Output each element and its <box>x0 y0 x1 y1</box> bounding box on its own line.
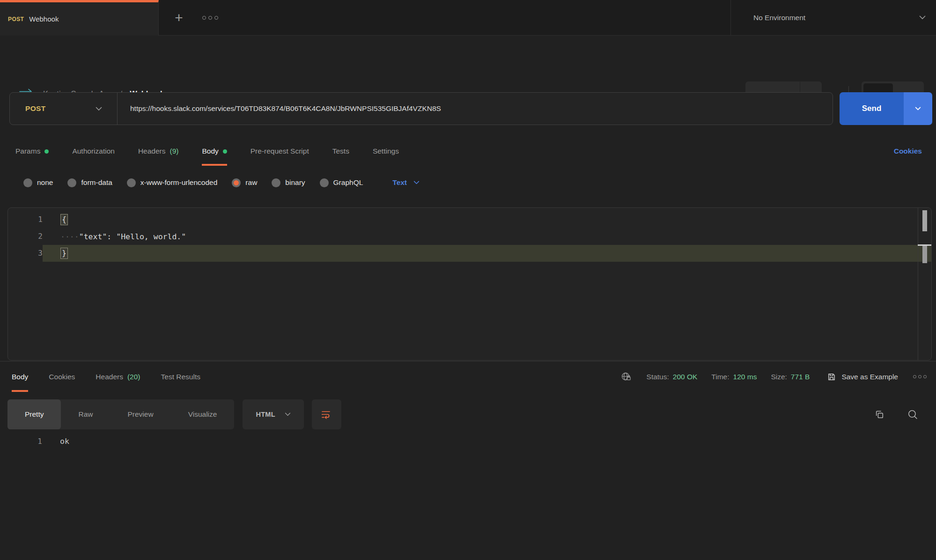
chevron-down-icon <box>285 413 291 416</box>
view-label: Visualize <box>188 410 217 419</box>
radio-icon <box>23 178 32 187</box>
tab-label: Body <box>12 373 28 381</box>
tab-label: Headers <box>96 373 123 381</box>
save-as-example-label: Save as Example <box>841 373 898 381</box>
method-label: POST <box>25 104 45 113</box>
url-input[interactable] <box>118 93 833 125</box>
size-value[interactable]: 771 B <box>791 373 810 381</box>
top-tab-bar: POST Webhook + No Environment <box>0 0 936 36</box>
tab-pre-request-script[interactable]: Pre-request Script <box>251 137 309 166</box>
mode-label: GraphQL <box>333 178 363 187</box>
tab-label: Authorization <box>72 147 114 155</box>
params-active-dot <box>44 149 49 154</box>
send-options-button[interactable] <box>904 92 932 125</box>
method-dropdown[interactable]: POST <box>10 93 118 125</box>
response-options-button[interactable] <box>913 375 927 378</box>
request-header-row: HTTP Knative Sample App / Webhook Save <box>0 36 936 80</box>
request-tab-webhook[interactable]: POST Webhook <box>0 0 159 36</box>
editor-line-1: 1 { <box>8 211 931 228</box>
scrollbar-thumb[interactable] <box>922 210 927 231</box>
radio-icon <box>67 178 76 187</box>
view-pretty[interactable]: Pretty <box>7 399 61 429</box>
response-tab-body[interactable]: Body <box>12 361 28 392</box>
body-mode-row: none form-data x-www-form-urlencoded raw… <box>0 171 936 194</box>
response-tab-test-results[interactable]: Test Results <box>161 361 200 392</box>
mode-none[interactable]: none <box>23 178 53 187</box>
tab-options-button[interactable] <box>202 14 218 22</box>
status-value[interactable]: 200 OK <box>673 373 698 381</box>
mode-label: none <box>37 178 53 187</box>
more-options-icon <box>918 375 921 378</box>
tab-params[interactable]: Params <box>15 137 49 166</box>
response-body-text: ok <box>42 433 69 450</box>
mode-form-data[interactable]: form-data <box>67 178 112 187</box>
send-button-group: Send <box>840 92 932 125</box>
raw-language-dropdown[interactable]: Text <box>392 178 420 187</box>
time-label: Time: <box>711 373 729 381</box>
code-text: "text": "Hello, world." <box>79 232 186 241</box>
more-options-icon <box>214 16 218 20</box>
send-button[interactable]: Send <box>840 92 904 125</box>
more-options-icon <box>923 375 927 378</box>
tab-label: Params <box>15 147 40 155</box>
mode-raw[interactable]: raw <box>232 178 257 187</box>
tab-label: Cookies <box>49 373 75 381</box>
view-visualize[interactable]: Visualize <box>171 399 235 429</box>
body-active-dot <box>223 149 227 154</box>
response-view-switcher: Pretty Raw Preview Visualize <box>7 399 234 429</box>
response-tab-cookies[interactable]: Cookies <box>49 361 75 392</box>
tab-label: Headers <box>138 147 166 155</box>
response-body-line[interactable]: 1 ok <box>7 433 929 450</box>
view-label: Raw <box>78 410 93 419</box>
headers-count-badge: (9) <box>170 147 178 155</box>
response-meta: Status: 200 OK Time: 120 ms Size: 771 B … <box>621 361 927 392</box>
more-options-icon <box>913 375 916 378</box>
response-toolbar: Pretty Raw Preview Visualize HTML <box>7 399 929 429</box>
time-value[interactable]: 120 ms <box>733 373 757 381</box>
view-label: Pretty <box>25 410 44 419</box>
more-options-icon <box>208 16 212 20</box>
view-raw[interactable]: Raw <box>61 399 110 429</box>
tab-label: Body <box>202 147 218 155</box>
url-bar: POST <box>9 92 833 125</box>
radio-icon <box>320 178 329 187</box>
size-label: Size: <box>771 373 787 381</box>
tab-tests[interactable]: Tests <box>332 137 349 166</box>
save-as-example-button[interactable]: Save as Example <box>827 373 898 381</box>
radio-icon <box>127 178 136 187</box>
tab-body[interactable]: Body <box>202 137 227 166</box>
send-button-label: Send <box>862 104 882 113</box>
tab-headers[interactable]: Headers (9) <box>138 137 179 166</box>
new-tab-button[interactable]: + <box>170 8 188 27</box>
mode-graphql[interactable]: GraphQL <box>320 178 363 187</box>
cookies-link[interactable]: Cookies <box>894 147 922 155</box>
response-tab-headers[interactable]: Headers (20) <box>96 361 140 392</box>
tab-authorization[interactable]: Authorization <box>72 137 114 166</box>
tab-title: Webhook <box>29 15 59 23</box>
chevron-down-icon <box>915 107 921 111</box>
tab-label: Settings <box>373 147 399 155</box>
raw-language-label: Text <box>392 178 407 187</box>
mode-label: x-www-form-urlencoded <box>140 178 218 187</box>
close-brace: } <box>60 248 68 259</box>
search-icon[interactable] <box>907 409 918 420</box>
wrap-lines-button[interactable] <box>312 399 341 429</box>
cursor-position-marker-bar <box>922 246 927 263</box>
tab-label: Test Results <box>161 373 200 381</box>
mode-label: binary <box>285 178 305 187</box>
whitespace-dots: ···· <box>60 232 79 241</box>
radio-selected-icon <box>232 178 241 187</box>
view-preview[interactable]: Preview <box>111 399 171 429</box>
response-header: Body Cookies Headers (20) Test Results <box>0 361 936 392</box>
tab-settings[interactable]: Settings <box>373 137 399 166</box>
mode-binary[interactable]: binary <box>272 178 305 187</box>
chevron-down-icon <box>413 181 420 184</box>
network-globe-icon[interactable] <box>621 372 633 382</box>
response-format-dropdown[interactable]: HTML <box>243 399 303 429</box>
size-field: Size: 771 B <box>771 373 810 381</box>
copy-icon[interactable] <box>874 409 885 420</box>
environment-selector[interactable]: No Environment <box>730 0 936 35</box>
request-body-editor[interactable]: 1 { 2 ···· "text": "Hello, world." 3 } <box>7 207 932 361</box>
mode-x-www-form-urlencoded[interactable]: x-www-form-urlencoded <box>127 178 218 187</box>
line-number: 2 <box>8 228 43 245</box>
